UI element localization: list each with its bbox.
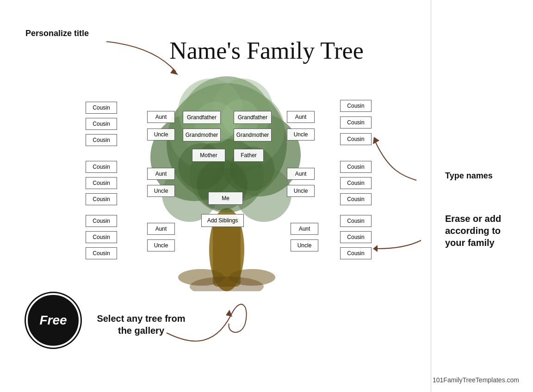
add-siblings-box[interactable]: Add Siblings (201, 214, 244, 227)
left-cousin9-box[interactable]: Cousin (86, 247, 117, 259)
svg-marker-24 (226, 310, 232, 317)
right-aunt2-box[interactable]: Aunt (287, 168, 315, 180)
right-uncle1-box[interactable]: Uncle (287, 129, 315, 141)
right-cousin7-box[interactable]: Cousin (340, 215, 372, 227)
svg-marker-23 (373, 245, 378, 252)
right-cousin9-box[interactable]: Cousin (340, 247, 372, 259)
svg-marker-22 (373, 137, 379, 144)
left-aunt3-box[interactable]: Aunt (147, 223, 175, 235)
grandmother1-box[interactable]: Grandmother (183, 129, 221, 141)
right-cousin4-box[interactable]: Cousin (340, 161, 372, 173)
left-cousin5-box[interactable]: Cousin (86, 177, 117, 189)
left-cousin8-box[interactable]: Cousin (86, 231, 117, 243)
father-box[interactable]: Father (234, 149, 264, 162)
website-url: 101FamilyTreeTemplates.com (433, 376, 519, 384)
left-aunt2-box[interactable]: Aunt (147, 168, 175, 180)
left-uncle3-box[interactable]: Uncle (147, 239, 175, 251)
grandfather1-box[interactable]: Grandfather (183, 111, 221, 124)
left-uncle1-box[interactable]: Uncle (147, 129, 175, 141)
right-cousin2-box[interactable]: Cousin (340, 116, 372, 129)
grandmother2-box[interactable]: Grandmother (234, 129, 272, 141)
free-badge: Free (28, 295, 79, 346)
personalize-annotation: Personalize title (25, 29, 89, 38)
select-gallery-text: Select any tree fromthe gallery (90, 312, 192, 337)
left-cousin7-box[interactable]: Cousin (86, 215, 117, 227)
me-box[interactable]: Me (208, 192, 243, 205)
left-cousin6-box[interactable]: Cousin (86, 193, 117, 205)
left-cousin1-box[interactable]: Cousin (86, 102, 117, 114)
right-uncle3-box[interactable]: Uncle (291, 239, 318, 251)
type-names-annotation: Type names (445, 171, 519, 181)
grandfather2-box[interactable]: Grandfather (234, 111, 272, 124)
right-uncle2-box[interactable]: Uncle (287, 185, 315, 197)
left-cousin4-box[interactable]: Cousin (86, 161, 117, 173)
right-cousin3-box[interactable]: Cousin (340, 133, 372, 145)
right-aunt1-box[interactable]: Aunt (287, 111, 315, 123)
right-cousin6-box[interactable]: Cousin (340, 193, 372, 205)
page-title: Name's Family Tree (169, 37, 364, 64)
left-cousin2-box[interactable]: Cousin (86, 118, 117, 130)
mother-box[interactable]: Mother (192, 149, 225, 162)
left-cousin3-box[interactable]: Cousin (86, 134, 117, 146)
free-label: Free (39, 313, 67, 328)
right-cousin1-box[interactable]: Cousin (340, 100, 372, 112)
divider-line (431, 0, 431, 392)
erase-add-annotation: Erase or addaccording toyour family (445, 213, 524, 249)
right-cousin5-box[interactable]: Cousin (340, 177, 372, 189)
left-uncle2-box[interactable]: Uncle (147, 185, 175, 197)
right-cousin8-box[interactable]: Cousin (340, 231, 372, 243)
left-aunt1-box[interactable]: Aunt (147, 111, 175, 123)
right-aunt3-box[interactable]: Aunt (291, 223, 318, 235)
